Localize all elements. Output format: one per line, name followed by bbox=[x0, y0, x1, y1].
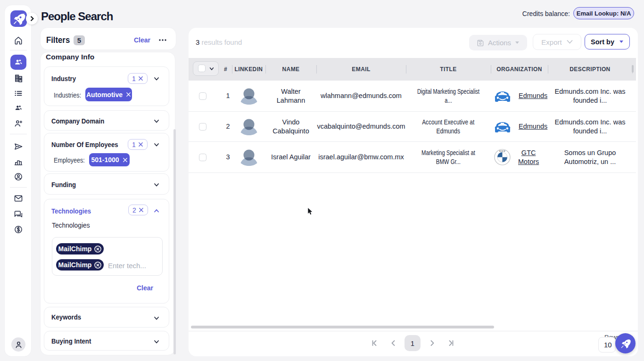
svg-text:B M W: B M W bbox=[499, 150, 505, 152]
